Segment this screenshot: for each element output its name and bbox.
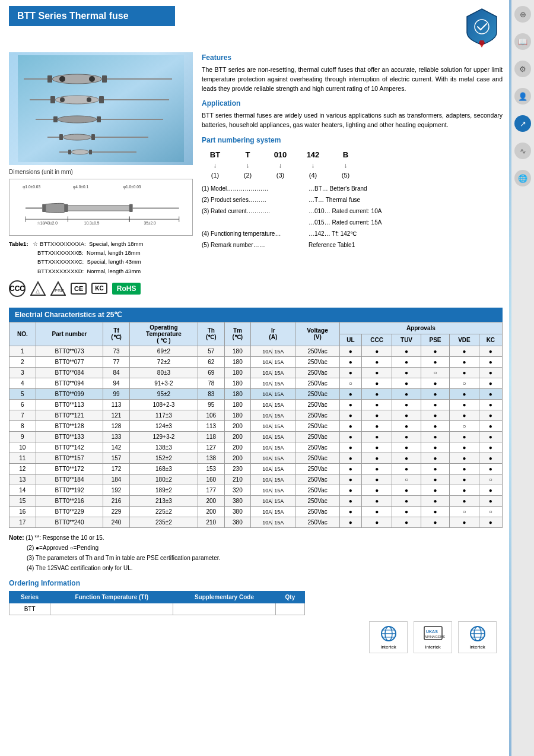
settings-icon[interactable]: ⚙ [514, 61, 531, 77]
table-cell: ● [479, 453, 502, 463]
table-cell: ● [421, 399, 450, 410]
rohs-badge: RoHS [112, 283, 141, 295]
table-cell: ● [421, 463, 450, 474]
svg-rect-25 [91, 134, 95, 140]
table-cell: ● [339, 399, 361, 410]
th-kc: KC [479, 334, 502, 346]
book-icon[interactable]: 📖 [514, 33, 531, 50]
table-cell: 13 [9, 474, 36, 485]
th-th: Th(℃) [198, 322, 224, 346]
table-cell: 113 [103, 399, 130, 410]
table-cell: ● [479, 420, 502, 431]
table-cell: ● [421, 346, 450, 356]
table-row: 10BTT0**142142138±312720010A15A250Vac●●●… [9, 442, 503, 453]
svg-text:φ1.0±0.03: φ1.0±0.03 [123, 185, 141, 189]
table-cell: 142 [103, 442, 130, 453]
table-cell: 168±3 [129, 463, 198, 474]
application-text: BTT series thermal fuses are widely used… [202, 111, 503, 130]
table-cell: 250Vac [295, 442, 339, 453]
table-cell: ● [450, 410, 479, 420]
table-cell: ○ [450, 506, 479, 517]
table-cell: ● [339, 474, 361, 485]
table-cell: 250Vac [295, 506, 339, 517]
table-cell: ○ [339, 378, 361, 388]
part-142: 142 [303, 149, 323, 161]
th-vde: VDE [450, 334, 479, 346]
table-cell: 84 [103, 367, 130, 378]
th-pse: PSE [421, 334, 450, 346]
product-image [9, 52, 193, 165]
table-cell: 10 [9, 442, 36, 453]
table-cell: 200 [224, 453, 251, 463]
table-cell: 95 [198, 399, 224, 410]
table-cell: ● [479, 517, 502, 527]
table-cell: 91+3-2 [129, 378, 198, 388]
part-b: B [335, 149, 356, 161]
table-cell: BTT0**077 [36, 356, 103, 367]
table-cell: 213±3 [129, 495, 198, 506]
table-cell: 380 [224, 517, 251, 527]
table-cell: 10A15A [251, 388, 295, 399]
th-no: NO. [9, 322, 36, 346]
table-cell: ● [392, 506, 421, 517]
dimension-svg: φ1.0±0.03 φ4.0±0.1 φ1.0±0.03 [13, 183, 189, 230]
person-icon[interactable]: 👤 [514, 88, 531, 105]
table-cell: ● [450, 453, 479, 463]
table-cell: 10A15A [251, 346, 295, 356]
table-cell: ● [339, 485, 361, 495]
table-cell: 133 [103, 431, 130, 442]
table-cell: ● [421, 453, 450, 463]
table-cell: 250Vac [295, 388, 339, 399]
table-cell: 216 [103, 495, 130, 506]
table-cell: 99 [103, 388, 130, 399]
ordering-th-func-temp: Function Temperature (Tf) [50, 591, 173, 603]
table-cell: ● [450, 346, 479, 356]
navigation-icon[interactable]: ⊕ [514, 6, 531, 23]
desc-val-3: …010… Rated current: 10A [309, 206, 503, 216]
table-cell: 117±3 [129, 410, 198, 420]
globe-icon[interactable]: 🌐 [514, 170, 531, 186]
desc-val-5: Reference Table1 [309, 240, 503, 250]
features-text: The BTT series are non-resetting, therma… [202, 65, 503, 93]
table-cell: 180 [224, 410, 251, 420]
table-cell: BTT0**172 [36, 463, 103, 474]
table-cell: ● [339, 453, 361, 463]
table-cell: 10A15A [251, 485, 295, 495]
svg-marker-1 [479, 40, 485, 48]
table-cell: ● [362, 356, 392, 367]
table-cell: 15 [9, 495, 36, 506]
table-cell: ● [450, 442, 479, 453]
note-1: (1) **: Response the 10 or 15. [26, 534, 104, 541]
table-cell: 250Vac [295, 378, 339, 388]
table-cell: 192 [103, 485, 130, 495]
svg-point-9 [89, 76, 95, 82]
table-cell: ● [362, 495, 392, 506]
table-cell: ● [339, 388, 361, 399]
table-row: 15BTT0**216216213±320038010A15A250Vac●●●… [9, 495, 503, 506]
svg-point-8 [59, 76, 65, 82]
table-cell: ● [450, 463, 479, 474]
table-cell: 189±2 [129, 485, 198, 495]
desc-num-3b [202, 217, 309, 227]
table-cell: 129+3-2 [129, 431, 198, 442]
table-row: 12BTT0**172172168±315323010A15A250Vac●●●… [9, 463, 503, 474]
table-cell: ● [339, 356, 361, 367]
table-cell: ● [421, 431, 450, 442]
table-cell: ○ [450, 378, 479, 388]
ordering-series: BTT [9, 603, 50, 615]
wave-icon[interactable]: ∿ [514, 143, 531, 159]
page-wrapper: ⊕ 📖 ⚙ 👤 ↗ ∿ 🌐 BTT Series Thermal fuse [0, 0, 534, 756]
desc-row-3b: …015… Rated current: 15A [202, 217, 503, 227]
desc-row-2: (2) Product series……… …T… Thermal fuse [202, 195, 503, 205]
table-cell: ● [450, 495, 479, 506]
table-cell: ○ [421, 367, 450, 378]
table-row: 16BTT0**229229225±220038010A15A250Vac●●●… [9, 506, 503, 517]
label-5: (5) [335, 170, 356, 181]
intertek-label-1: Intertek [380, 644, 396, 650]
share-icon[interactable]: ↗ [514, 115, 531, 132]
svg-rect-23 [59, 134, 63, 140]
table-row: 13BTT0**184184180±216021010A15A250Vac●●○… [9, 474, 503, 485]
table-cell: 200 [198, 495, 224, 506]
certifications-row: CCC △ PSE CE KC RoHS [9, 280, 193, 297]
part-bt: BT [205, 149, 225, 161]
